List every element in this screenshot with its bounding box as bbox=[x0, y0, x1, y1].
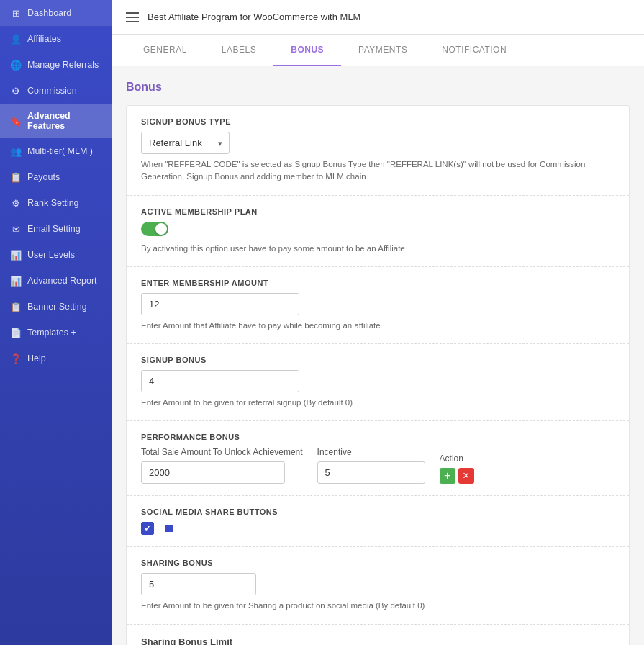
sidebar-item-affiliates[interactable]: 👤 Affiliates bbox=[0, 26, 112, 52]
payouts-icon: 📋 bbox=[10, 171, 22, 183]
active-membership-field: ACTIVE MEMBERSHIP PLAN By activating thi… bbox=[127, 196, 629, 267]
active-membership-toggle[interactable] bbox=[141, 222, 168, 236]
tab-labels[interactable]: LABELS bbox=[204, 35, 273, 66]
sharing-bonus-hint: Enter Amount to be given for Sharing a p… bbox=[141, 600, 614, 612]
sidebar-item-email-setting[interactable]: ✉ Email Setting bbox=[0, 216, 112, 242]
rank-setting-icon: ⚙ bbox=[10, 197, 22, 209]
action-col: Action + × bbox=[440, 454, 474, 484]
tab-bonus[interactable]: BONUS bbox=[273, 35, 341, 66]
bonus-form: SIGNUP BONUS TYPE Referral Link Referral… bbox=[126, 105, 630, 645]
advanced-report-icon: 📊 bbox=[10, 275, 22, 287]
action-buttons: + × bbox=[440, 468, 474, 484]
performance-bonus-row: Total Sale Amount To Unlock Achievement … bbox=[141, 447, 614, 484]
social-media-label: SOCIAL MEDIA SHARE BUTTONS bbox=[141, 508, 614, 516]
sharing-bonus-limit-field: Sharing Bonus Limit Time Limit Weekly Li… bbox=[127, 625, 629, 646]
incentive-col: Incentive bbox=[317, 447, 425, 484]
affiliates-icon: 👤 bbox=[10, 33, 22, 45]
add-performance-button[interactable]: + bbox=[440, 468, 455, 484]
total-sale-input[interactable] bbox=[141, 461, 285, 484]
commission-icon: ⚙ bbox=[10, 85, 22, 96]
performance-bonus-field: PERFORMANCE BONUS Total Sale Amount To U… bbox=[127, 421, 629, 496]
sharing-bonus-label: SHARING BONUS bbox=[141, 559, 614, 567]
user-levels-icon: 📊 bbox=[10, 249, 22, 261]
signup-bonus-type-field: SIGNUP BONUS TYPE Referral Link Referral… bbox=[127, 106, 629, 196]
sidebar-item-payouts[interactable]: 📋 Payouts bbox=[0, 164, 112, 190]
sidebar-item-advanced-report[interactable]: 📊 Advanced Report bbox=[0, 268, 112, 294]
tab-notification[interactable]: NOTIFICATION bbox=[425, 35, 524, 66]
sharing-bonus-field: SHARING BONUS Enter Amount to be given f… bbox=[127, 547, 629, 624]
templates-icon: 📄 bbox=[10, 327, 22, 338]
sidebar-item-advanced-features[interactable]: 🔖 Advanced Features bbox=[0, 104, 112, 138]
help-icon: ❓ bbox=[10, 353, 22, 364]
incentive-input[interactable] bbox=[317, 461, 425, 484]
membership-amount-hint: Enter Amount that Affiliate have to pay … bbox=[141, 320, 614, 332]
membership-amount-label: ENTER MEMBERSHIP AMOUNT bbox=[141, 279, 614, 287]
performance-bonus-label: PERFORMANCE BONUS bbox=[141, 433, 614, 441]
sidebar-item-commission[interactable]: ⚙ Commission bbox=[0, 78, 112, 104]
action-label: Action bbox=[440, 454, 474, 464]
sidebar-item-dashboard[interactable]: ⊞ Dashboard bbox=[0, 0, 112, 26]
remove-performance-button[interactable]: × bbox=[458, 468, 474, 484]
signup-bonus-type-hint: When "REFFERAL CODE" is selected as Sign… bbox=[141, 158, 614, 184]
main-content: Best Affiliate Program for WooCommerce w… bbox=[112, 0, 644, 645]
multi-tier-icon: 👥 bbox=[10, 145, 22, 157]
sharing-bonus-limit-label: Sharing Bonus Limit bbox=[141, 636, 614, 646]
active-membership-label: ACTIVE MEMBERSHIP PLAN bbox=[141, 207, 614, 216]
sidebar-item-templates[interactable]: 📄 Templates + bbox=[0, 320, 112, 346]
tab-bar: GENERAL LABELS BONUS PAYMENTS NOTIFICATI… bbox=[112, 35, 644, 66]
signup-bonus-type-label: SIGNUP BONUS TYPE bbox=[141, 117, 614, 126]
membership-amount-field: ENTER MEMBERSHIP AMOUNT Enter Amount tha… bbox=[127, 267, 629, 344]
hamburger-menu[interactable] bbox=[126, 12, 139, 22]
sidebar-item-help[interactable]: ❓ Help bbox=[0, 346, 112, 371]
sidebar-item-multi-tier[interactable]: 👥 Multi-tier( MLM ) bbox=[0, 138, 112, 164]
section-title: Bonus bbox=[126, 81, 630, 94]
signup-bonus-hint: Enter Amount to be given for referral si… bbox=[141, 397, 614, 409]
signup-bonus-input[interactable] bbox=[141, 370, 299, 392]
tab-general[interactable]: GENERAL bbox=[126, 35, 204, 66]
signup-bonus-type-select[interactable]: Referral Link Referral Code bbox=[141, 132, 230, 154]
advanced-features-icon: 🔖 bbox=[10, 115, 22, 127]
social-media-indicator bbox=[165, 525, 173, 532]
email-setting-icon: ✉ bbox=[10, 223, 22, 235]
sidebar-item-banner-setting[interactable]: 📋 Banner Setting bbox=[0, 294, 112, 320]
sidebar-item-manage-referrals[interactable]: 🌐 Manage Referrals bbox=[0, 52, 112, 78]
sidebar-item-rank-setting[interactable]: ⚙ Rank Setting bbox=[0, 190, 112, 216]
signup-bonus-field: SIGNUP BONUS Enter Amount to be given fo… bbox=[127, 344, 629, 421]
manage-referrals-icon: 🌐 bbox=[10, 59, 22, 71]
signup-bonus-type-select-wrapper: Referral Link Referral Code bbox=[141, 132, 230, 154]
sidebar-item-user-levels[interactable]: 📊 User Levels bbox=[0, 242, 112, 268]
tab-payments[interactable]: PAYMENTS bbox=[341, 35, 425, 66]
sidebar: ⊞ Dashboard 👤 Affiliates 🌐 Manage Referr… bbox=[0, 0, 112, 645]
page-title: Best Affiliate Program for WooCommerce w… bbox=[148, 12, 360, 22]
sharing-bonus-input[interactable] bbox=[141, 573, 256, 595]
total-sale-col: Total Sale Amount To Unlock Achievement bbox=[141, 447, 303, 484]
membership-amount-input[interactable] bbox=[141, 293, 299, 315]
total-sale-label: Total Sale Amount To Unlock Achievement bbox=[141, 447, 303, 457]
social-media-checkbox[interactable] bbox=[141, 522, 154, 535]
dashboard-icon: ⊞ bbox=[10, 7, 22, 19]
active-membership-hint: By activating this option user have to p… bbox=[141, 243, 614, 255]
signup-bonus-label: SIGNUP BONUS bbox=[141, 356, 614, 364]
topbar: Best Affiliate Program for WooCommerce w… bbox=[112, 0, 644, 35]
social-media-field: SOCIAL MEDIA SHARE BUTTONS bbox=[127, 496, 629, 547]
banner-setting-icon: 📋 bbox=[10, 301, 22, 312]
incentive-label: Incentive bbox=[317, 447, 425, 457]
content-area: Bonus SIGNUP BONUS TYPE Referral Link Re… bbox=[112, 66, 644, 645]
